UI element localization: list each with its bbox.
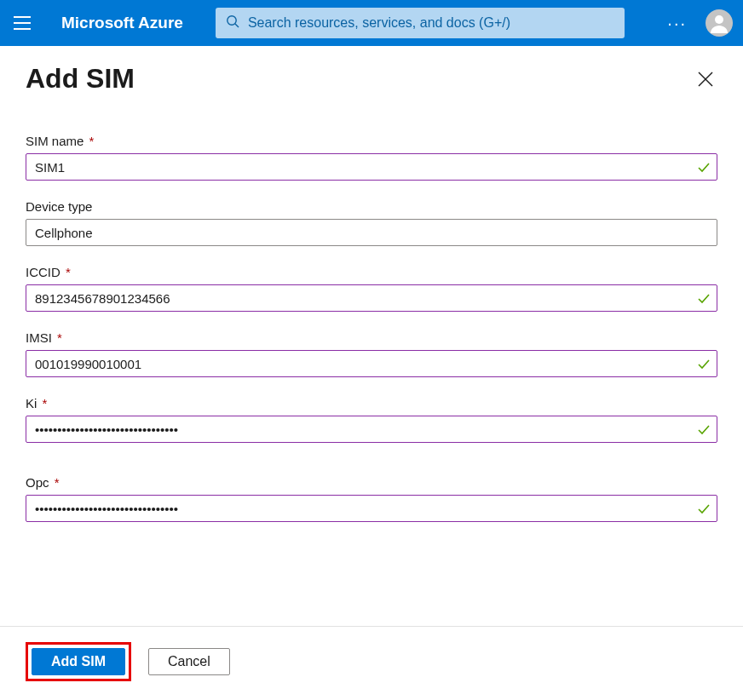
- brand-name[interactable]: Microsoft Azure: [61, 14, 183, 32]
- svg-point-3: [228, 16, 236, 25]
- check-icon: [697, 291, 711, 305]
- check-icon: [697, 502, 711, 515]
- panel-title: Add SIM: [26, 63, 135, 95]
- global-header: Microsoft Azure ···: [0, 0, 743, 46]
- panel-header: Add SIM: [0, 46, 743, 100]
- check-icon: [697, 357, 711, 370]
- hamburger-icon[interactable]: [10, 11, 34, 35]
- search-input[interactable]: [248, 15, 614, 31]
- label-device-type: Device type: [26, 199, 717, 214]
- input-opc[interactable]: [26, 495, 717, 522]
- check-icon: [697, 160, 711, 174]
- field-ki: Ki *: [26, 396, 717, 443]
- more-menu[interactable]: ···: [660, 14, 694, 33]
- svg-point-5: [715, 15, 723, 24]
- add-sim-button[interactable]: Add SIM: [32, 648, 125, 675]
- close-icon[interactable]: [694, 67, 717, 91]
- footer: Add SIM Cancel: [0, 626, 743, 700]
- search-icon: [226, 14, 239, 32]
- label-ki: Ki *: [26, 396, 717, 410]
- field-iccid: ICCID *: [26, 265, 717, 312]
- label-opc: Opc *: [26, 475, 717, 490]
- label-sim-name: SIM name *: [26, 134, 717, 148]
- label-iccid: ICCID *: [26, 265, 717, 279]
- user-avatar[interactable]: [706, 9, 733, 37]
- input-iccid[interactable]: [26, 284, 717, 312]
- label-imsi: IMSI *: [26, 330, 717, 345]
- input-sim-name[interactable]: [26, 153, 717, 181]
- highlight-add-sim: Add SIM: [26, 642, 131, 681]
- field-imsi: IMSI *: [26, 330, 717, 377]
- input-imsi[interactable]: [26, 350, 717, 377]
- input-device-type[interactable]: [26, 219, 717, 246]
- check-icon: [697, 422, 711, 436]
- field-sim-name: SIM name *: [26, 134, 717, 181]
- field-opc: Opc *: [26, 475, 717, 522]
- input-ki[interactable]: [26, 416, 717, 443]
- field-device-type: Device type: [26, 199, 717, 246]
- cancel-button[interactable]: Cancel: [148, 648, 230, 675]
- form: SIM name * Device type ICCID * IMSI *: [0, 100, 743, 522]
- svg-line-4: [235, 24, 239, 27]
- global-search[interactable]: [216, 8, 625, 38]
